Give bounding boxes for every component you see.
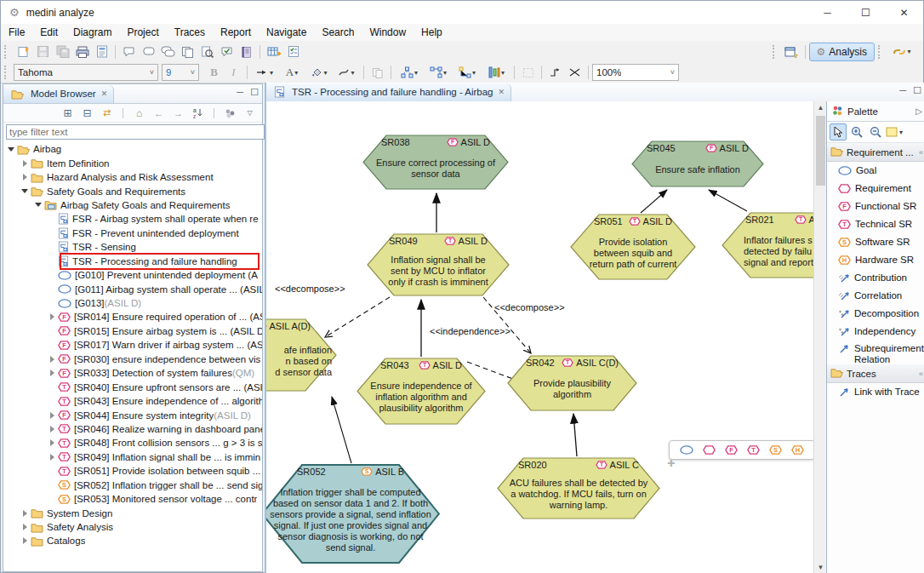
font-size-select[interactable]: 9˅: [162, 64, 199, 81]
tree-item[interactable]: F[SR033] Detection of system failures (Q…: [3, 366, 262, 380]
menu-diagram[interactable]: Diagram: [66, 24, 119, 41]
pin-icon[interactable]: «: [919, 148, 923, 157]
layout-orthogonal-button[interactable]: ▾: [453, 64, 482, 82]
node-SR038[interactable]: SR038FASIL DEnsure correct processing of…: [362, 135, 509, 190]
review-check-button[interactable]: [217, 43, 237, 60]
palette-item-contribution[interactable]: Contribution: [827, 269, 924, 287]
collapse-palette-icon[interactable]: ▷: [915, 106, 922, 116]
collapsed-arrow-icon[interactable]: [48, 453, 56, 461]
node-SR045[interactable]: SR045FASIL DEnsure safe inflation: [631, 140, 764, 187]
tree-item[interactable]: System Design: [3, 506, 262, 519]
node-SR043[interactable]: SR043TASIL DEnsure independence ofinflat…: [356, 358, 486, 425]
print-button[interactable]: [72, 43, 92, 60]
checklist-button[interactable]: [283, 43, 303, 60]
maximize-view-icon[interactable]: ☐: [250, 87, 259, 98]
software-sr-icon[interactable]: S: [769, 445, 782, 455]
palette-item-hardware-sr[interactable]: HHardware SR: [827, 251, 924, 269]
tree-item[interactable]: F[SR030] ensure independence between vis: [3, 352, 262, 366]
collapsed-arrow-icon[interactable]: [48, 369, 56, 377]
open-perspective-button[interactable]: [782, 43, 801, 60]
palette-group-traces[interactable]: Traces«: [827, 364, 924, 383]
expanded-arrow-icon[interactable]: [20, 187, 29, 196]
expanded-arrow-icon[interactable]: [34, 201, 43, 209]
maximize-button[interactable]: ☐: [847, 1, 885, 24]
palette-item-correlation[interactable]: Correlation: [827, 287, 924, 305]
fill-color-button[interactable]: ▾: [305, 64, 333, 82]
menu-help[interactable]: Help: [414, 24, 450, 41]
palette-item-link-with-trace[interactable]: Link with Trace: [827, 383, 924, 401]
collapsed-arrow-icon[interactable]: [20, 536, 29, 545]
tree-item[interactable]: T[SR043] Ensure independence of ... algo…: [3, 394, 262, 408]
tree-item[interactable]: TSR - Sensing: [3, 240, 262, 254]
tree-item[interactable]: F[SR015] Ensure airbag system is ... (AS…: [3, 324, 262, 338]
view-menu-icon[interactable]: ▽: [242, 106, 257, 120]
expanded-arrow-icon[interactable]: [7, 145, 15, 153]
palette-item-software-sr[interactable]: SSoftware SR: [827, 233, 924, 251]
node-SR049[interactable]: SR049TASIL DInflation signal shall besen…: [367, 233, 510, 296]
selection-frame-button[interactable]: [518, 64, 538, 82]
tree-item[interactable]: TSR - Processing and failure handling: [3, 255, 262, 268]
collapsed-arrow-icon[interactable]: [20, 523, 29, 531]
model-browser-tab[interactable]: Model Browser ✕: [3, 85, 114, 103]
tree-item[interactable]: Catalogs: [3, 534, 262, 547]
comment-button[interactable]: [119, 43, 139, 60]
collapsed-arrow-icon[interactable]: [48, 425, 56, 433]
tree-item[interactable]: S[SR053] Monitored sensor voltage ... co…: [3, 492, 262, 506]
tree-item[interactable]: Safety Analysis: [3, 520, 262, 534]
element-bubbles-button[interactable]: [158, 43, 178, 60]
node-SR042[interactable]: SR042TASIL C(D)Provide plausibilityalgor…: [507, 355, 637, 411]
palette-item-goal[interactable]: Goal: [827, 162, 924, 180]
copy-format-button[interactable]: [368, 64, 387, 82]
tree-item[interactable]: [G010] Prevent unintended deployment (A: [3, 268, 262, 282]
search-model-button[interactable]: [197, 43, 217, 60]
filter-input[interactable]: [6, 124, 265, 140]
tree-item[interactable]: Safety Goals and Requirements: [3, 184, 262, 198]
diagram-canvas[interactable]: <<decompose>> <<decompose>> <<independen…: [266, 101, 813, 573]
menu-navigate[interactable]: Navigate: [259, 24, 314, 41]
collapsed-arrow-icon[interactable]: [48, 438, 56, 447]
sort-az-icon[interactable]: az: [191, 106, 205, 120]
menu-edit[interactable]: Edit: [32, 24, 66, 41]
close-icon[interactable]: ✕: [101, 89, 108, 98]
font-family-select[interactable]: Tahoma˅: [14, 64, 158, 81]
menu-search[interactable]: Search: [314, 24, 362, 41]
tree-item[interactable]: F[SR017] Warn driver if airbag system ..…: [3, 338, 262, 352]
arrow-style-button[interactable]: ▾: [251, 64, 278, 82]
expand-all-icon[interactable]: ⊞: [60, 106, 75, 120]
node-asil-a-d[interactable]: TASIL A(D)afe inflationn based ond senso…: [266, 318, 337, 392]
route-polyline-button[interactable]: [545, 64, 565, 82]
font-color-button[interactable]: A▾: [278, 64, 305, 82]
analysis-perspective-button[interactable]: ⚙Analysis: [809, 43, 875, 61]
home-icon[interactable]: ⌂: [132, 106, 146, 120]
bold-button[interactable]: B: [204, 64, 224, 82]
copy-element-button[interactable]: [178, 43, 197, 60]
select-tool-button[interactable]: [830, 123, 847, 140]
node-SR052[interactable]: SR052SASIL BInflation trigger shall be c…: [266, 464, 440, 564]
save-all-button[interactable]: [53, 43, 72, 60]
palette-item-subrequirement-relation[interactable]: Subrequirement Relation: [827, 341, 924, 364]
menu-file[interactable]: File: [1, 24, 32, 41]
tree-item[interactable]: Airbag: [3, 142, 262, 156]
tree-item[interactable]: FSR - Prevent unintended deployment: [3, 226, 262, 240]
tree-item[interactable]: S[SR052] Inflation trigger shall be ... …: [3, 478, 262, 492]
collapsed-arrow-icon[interactable]: [48, 411, 56, 420]
minimize-editor-icon[interactable]: ─: [899, 85, 906, 96]
route-straight-button[interactable]: [565, 64, 585, 82]
link-with-editor-icon[interactable]: ⇄: [100, 106, 114, 120]
tree-item[interactable]: T[SR048] Front collision sensors ... g >…: [3, 436, 262, 450]
diagram-editor-tab[interactable]: TSR - Processing and failure handling - …: [266, 83, 511, 101]
scroll-down-icon[interactable]: ▼: [814, 561, 827, 573]
filters-icon[interactable]: [223, 106, 237, 120]
tree-item[interactable]: [G013] (ASIL D): [3, 296, 262, 310]
menu-report[interactable]: Report: [213, 24, 259, 41]
scroll-up-icon[interactable]: ▲: [814, 101, 827, 114]
minimize-view-icon[interactable]: ─: [237, 87, 243, 98]
palette-item-decomposition[interactable]: Decomposition: [827, 305, 924, 323]
collapsed-arrow-icon[interactable]: [48, 355, 56, 364]
tree-item[interactable]: T[SR046] Realize warning in dashboard pa…: [3, 422, 262, 436]
layout-hierarchy-button[interactable]: ▾: [424, 64, 453, 82]
node-SR051[interactable]: SR051TASIL DProvide isolationbetween squ…: [570, 214, 696, 280]
palette-group-requirement[interactable]: Requirement ...«: [827, 143, 924, 162]
node-SR021[interactable]: SR021TASIL DInflator failures sdetected …: [722, 212, 813, 278]
layout-align-button[interactable]: ▾: [482, 64, 510, 82]
